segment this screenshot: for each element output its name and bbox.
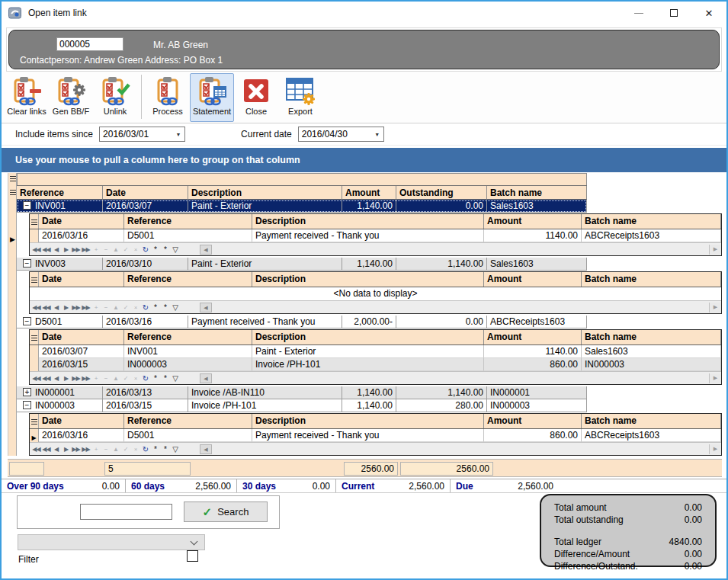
minimize-button[interactable]: [621, 2, 656, 24]
detail-column-header[interactable]: Date: [39, 414, 124, 428]
detail-column-header[interactable]: Reference: [124, 272, 252, 287]
insert-button[interactable]: +: [91, 246, 101, 253]
account-code-field[interactable]: [56, 37, 123, 51]
scroll-right-button[interactable]: ▶: [709, 373, 721, 383]
detail-column-header[interactable]: Description: [252, 330, 484, 344]
detail-column-header[interactable]: Description: [252, 214, 484, 229]
cancel-button[interactable]: ×: [130, 304, 140, 311]
prev-page-button[interactable]: ◀◀: [41, 246, 51, 253]
goto-bookmark-button[interactable]: *: [160, 245, 170, 254]
master-row[interactable]: −D50012016/03/16Payment received - Thank…: [17, 316, 587, 328]
refresh-button[interactable]: ↻: [140, 445, 150, 453]
edit-button[interactable]: ▲: [111, 446, 120, 453]
detail-column-header[interactable]: Reference: [124, 414, 252, 428]
first-button[interactable]: ◀◀: [31, 304, 41, 311]
goto-bookmark-button[interactable]: *: [160, 445, 170, 453]
column-header[interactable]: Batch name: [487, 186, 587, 199]
next-button[interactable]: ▶: [61, 446, 71, 453]
detail-column-header[interactable]: Amount: [484, 330, 582, 344]
column-customize-icon[interactable]: [31, 220, 37, 225]
insert-button[interactable]: +: [91, 375, 101, 382]
next-page-button[interactable]: ▶▶: [71, 375, 81, 382]
clear-links-button[interactable]: Clear links: [5, 73, 49, 122]
detail-column-header[interactable]: Description: [252, 414, 484, 428]
search-button[interactable]: ✓ Search: [184, 501, 268, 522]
master-row[interactable]: −INV0012016/03/07Paint - Exterior1,140.0…: [17, 200, 587, 213]
prev-page-button[interactable]: ◀◀: [41, 446, 51, 453]
filter-dropdown[interactable]: [18, 534, 205, 550]
last-button[interactable]: ▶▶: [81, 246, 91, 253]
maximize-button[interactable]: [656, 2, 691, 24]
master-row[interactable]: −IN0000032016/03/15Invoice /PH-1011,140.…: [17, 399, 587, 412]
cancel-button[interactable]: ×: [130, 446, 140, 453]
scroll-left-button[interactable]: ◀: [200, 245, 212, 255]
collapse-row-box[interactable]: −: [23, 201, 31, 210]
scroll-right-button[interactable]: ▶: [709, 245, 721, 255]
delete-button[interactable]: −: [101, 375, 111, 382]
include-items-since-combobox[interactable]: 2016/03/01 ▼: [99, 127, 185, 142]
unlink-button[interactable]: Unlink: [93, 73, 137, 122]
dropdown-arrow-icon[interactable]: ▼: [172, 127, 184, 141]
filter-checkbox[interactable]: [187, 550, 198, 562]
scroll-right-button[interactable]: ▶: [709, 444, 721, 454]
detail-column-header[interactable]: Batch name: [582, 330, 721, 344]
next-button[interactable]: ▶: [61, 304, 71, 311]
column-header[interactable]: Description: [188, 186, 342, 199]
last-button[interactable]: ▶▶: [81, 304, 91, 311]
detail-column-header[interactable]: Reference: [124, 214, 252, 229]
delete-button[interactable]: −: [101, 446, 111, 453]
edit-button[interactable]: ▲: [111, 304, 120, 311]
prev-page-button[interactable]: ◀◀: [41, 375, 51, 382]
statement-button[interactable]: Statement: [190, 73, 234, 122]
close-window-button[interactable]: ✕: [691, 2, 726, 24]
close-button[interactable]: Close: [234, 73, 278, 122]
prev-page-button[interactable]: ◀◀: [41, 304, 51, 311]
search-input[interactable]: [80, 504, 172, 520]
refresh-button[interactable]: ↻: [140, 374, 150, 383]
last-button[interactable]: ▶▶: [81, 375, 91, 382]
next-page-button[interactable]: ▶▶: [71, 446, 81, 453]
post-button[interactable]: ✓: [120, 246, 130, 253]
refresh-button[interactable]: ↻: [140, 303, 150, 312]
delete-button[interactable]: −: [101, 246, 111, 253]
scroll-right-button[interactable]: ▶: [709, 303, 721, 312]
detail-column-header[interactable]: Reference: [124, 330, 252, 344]
gen-bbf-button[interactable]: Gen BB/F: [49, 73, 93, 122]
filter-button[interactable]: ▽: [170, 445, 180, 453]
detail-column-header[interactable]: Amount: [484, 214, 582, 229]
column-header[interactable]: Date: [103, 186, 188, 199]
column-customize-icon[interactable]: [31, 419, 37, 425]
post-button[interactable]: ✓: [120, 446, 130, 453]
current-date-combobox[interactable]: 2016/04/30 ▼: [298, 127, 384, 142]
refresh-button[interactable]: ↻: [140, 245, 150, 254]
group-by-bar[interactable]: Use your mouse to pull a column here to …: [2, 148, 726, 172]
prev-button[interactable]: ◀: [51, 446, 61, 453]
column-customize-icon[interactable]: [31, 335, 37, 341]
collapse-row-box[interactable]: −: [23, 317, 31, 325]
detail-row[interactable]: ▶2016/03/16D5001Payment received - Thank…: [30, 429, 721, 442]
next-button[interactable]: ▶: [61, 246, 71, 253]
detail-row[interactable]: 2016/03/07INV001Paint - Exterior1140.00S…: [30, 345, 721, 358]
insert-button[interactable]: +: [91, 304, 101, 311]
next-page-button[interactable]: ▶▶: [71, 304, 81, 311]
export-button[interactable]: Export: [278, 73, 322, 122]
delete-button[interactable]: −: [101, 304, 111, 311]
detail-column-header[interactable]: Amount: [484, 414, 582, 428]
detail-row[interactable]: 2016/03/16D5001Payment received - Thank …: [30, 229, 721, 242]
scroll-left-button[interactable]: ◀: [200, 373, 212, 383]
post-button[interactable]: ✓: [120, 304, 130, 311]
detail-row[interactable]: 2016/03/15IN000003Invoice /PH-101860.00I…: [30, 358, 721, 371]
expand-row-box[interactable]: +: [23, 388, 31, 396]
bookmark-button[interactable]: *: [150, 374, 160, 383]
column-customize-icon[interactable]: [31, 277, 37, 283]
first-button[interactable]: ◀◀: [31, 246, 41, 253]
collapse-row-box[interactable]: −: [23, 259, 31, 268]
detail-column-header[interactable]: Batch name: [582, 272, 721, 287]
detail-column-header[interactable]: Date: [39, 330, 124, 344]
goto-bookmark-button[interactable]: *: [160, 374, 170, 383]
column-customize-icon[interactable]: [10, 176, 16, 181]
filter-button[interactable]: ▽: [170, 303, 180, 312]
filter-button[interactable]: ▽: [170, 245, 180, 254]
detail-column-header[interactable]: Batch name: [582, 214, 721, 229]
detail-column-header[interactable]: Date: [39, 214, 124, 229]
